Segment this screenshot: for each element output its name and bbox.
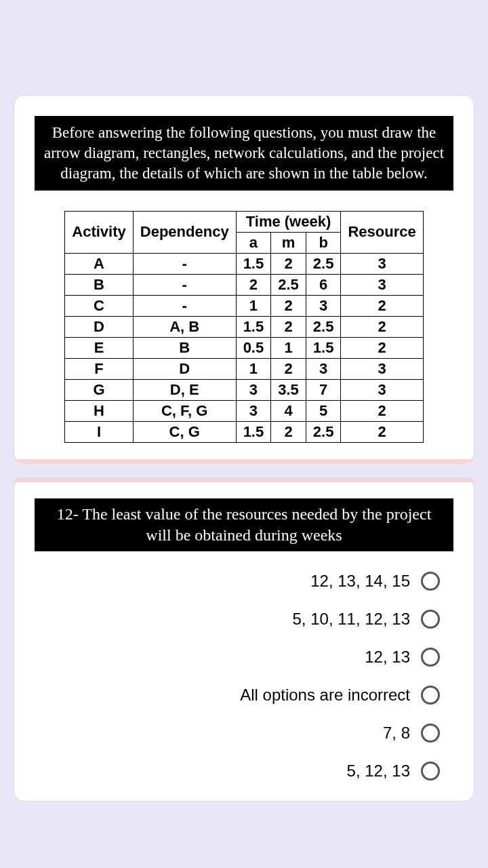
cell-resource: 3 — [341, 253, 423, 274]
header-resource: Resource — [341, 211, 423, 253]
cell-dependency: D, E — [133, 379, 236, 400]
option-label: 5, 12, 13 — [347, 762, 410, 781]
cell-a: 1.5 — [236, 253, 271, 274]
cell-activity: F — [65, 358, 133, 379]
cell-resource: 2 — [341, 337, 423, 358]
option-row[interactable]: 12, 13 — [35, 648, 440, 667]
cell-dependency: B — [133, 337, 236, 358]
cell-m: 3.5 — [271, 379, 306, 400]
cell-m: 2 — [271, 316, 306, 337]
question-card: 12- The least value of the resources nee… — [14, 477, 474, 802]
cell-a: 1 — [236, 358, 271, 379]
radio-icon[interactable] — [421, 610, 440, 629]
cell-a: 2 — [236, 274, 271, 295]
cell-activity: G — [65, 379, 133, 400]
cell-m: 1 — [271, 337, 306, 358]
table-body: A-1.522.53B-22.563C-1232DA, B1.522.52EB0… — [65, 253, 423, 442]
cell-m: 2 — [271, 253, 306, 274]
table-row: A-1.522.53 — [65, 253, 423, 274]
cell-dependency: C, F, G — [133, 400, 236, 421]
cell-m: 2 — [271, 295, 306, 316]
cell-dependency: D — [133, 358, 236, 379]
header-b: b — [306, 232, 341, 253]
radio-icon[interactable] — [421, 648, 440, 667]
cell-activity: D — [65, 316, 133, 337]
option-label: 5, 10, 11, 12, 13 — [293, 610, 410, 629]
cell-a: 1.5 — [236, 421, 271, 442]
table-row: GD, E33.573 — [65, 379, 423, 400]
cell-b: 2.5 — [306, 421, 341, 442]
cell-dependency: - — [133, 253, 236, 274]
option-row[interactable]: All options are incorrect — [35, 686, 440, 705]
header-time-group: Time (week) — [236, 211, 341, 232]
cell-activity: E — [65, 337, 133, 358]
radio-icon[interactable] — [421, 762, 440, 781]
option-label: 12, 13 — [365, 648, 410, 667]
cell-activity: H — [65, 400, 133, 421]
table-row: B-22.563 — [65, 274, 423, 295]
question-text: 12- The least value of the resources nee… — [35, 498, 453, 551]
radio-icon[interactable] — [421, 724, 440, 743]
cell-resource: 2 — [341, 316, 423, 337]
option-row[interactable]: 5, 12, 13 — [35, 762, 440, 781]
cell-dependency: - — [133, 295, 236, 316]
cell-activity: C — [65, 295, 133, 316]
option-label: All options are incorrect — [240, 686, 410, 705]
cell-dependency: A, B — [133, 316, 236, 337]
cell-b: 3 — [306, 358, 341, 379]
cell-dependency: - — [133, 274, 236, 295]
option-label: 7, 8 — [383, 724, 410, 743]
cell-a: 1 — [236, 295, 271, 316]
cell-activity: B — [65, 274, 133, 295]
activity-table: Activity Dependency Time (week) Resource… — [64, 211, 423, 443]
instruction-text: Before answering the following questions… — [35, 116, 453, 191]
cell-resource: 3 — [341, 379, 423, 400]
radio-icon[interactable] — [421, 686, 440, 705]
cell-activity: A — [65, 253, 133, 274]
table-header-row: Activity Dependency Time (week) Resource — [65, 211, 423, 232]
cell-b: 1.5 — [306, 337, 341, 358]
cell-b: 2.5 — [306, 253, 341, 274]
option-row[interactable]: 5, 10, 11, 12, 13 — [35, 610, 440, 629]
cell-m: 2.5 — [271, 274, 306, 295]
radio-icon[interactable] — [421, 572, 440, 591]
header-activity: Activity — [65, 211, 133, 253]
cell-resource: 3 — [341, 358, 423, 379]
cell-dependency: C, G — [133, 421, 236, 442]
cell-b: 2.5 — [306, 316, 341, 337]
option-row[interactable]: 12, 13, 14, 15 — [35, 572, 440, 591]
cell-m: 2 — [271, 421, 306, 442]
cell-m: 4 — [271, 400, 306, 421]
table-row: HC, F, G3452 — [65, 400, 423, 421]
cell-a: 0.5 — [236, 337, 271, 358]
instruction-card: Before answering the following questions… — [14, 95, 474, 464]
options-list: 12, 13, 14, 155, 10, 11, 12, 1312, 13All… — [35, 572, 453, 781]
option-row[interactable]: 7, 8 — [35, 724, 440, 743]
table-row: C-1232 — [65, 295, 423, 316]
header-dependency: Dependency — [133, 211, 236, 253]
cell-a: 3 — [236, 379, 271, 400]
cell-resource: 2 — [341, 400, 423, 421]
cell-activity: I — [65, 421, 133, 442]
cell-m: 2 — [271, 358, 306, 379]
cell-b: 7 — [306, 379, 341, 400]
cell-resource: 3 — [341, 274, 423, 295]
cell-resource: 2 — [341, 421, 423, 442]
table-row: DA, B1.522.52 — [65, 316, 423, 337]
cell-a: 3 — [236, 400, 271, 421]
cell-b: 6 — [306, 274, 341, 295]
cell-b: 3 — [306, 295, 341, 316]
cell-resource: 2 — [341, 295, 423, 316]
header-m: m — [271, 232, 306, 253]
option-label: 12, 13, 14, 15 — [310, 572, 410, 591]
cell-b: 5 — [306, 400, 341, 421]
table-row: EB0.511.52 — [65, 337, 423, 358]
table-row: IC, G1.522.52 — [65, 421, 423, 442]
header-a: a — [236, 232, 271, 253]
cell-a: 1.5 — [236, 316, 271, 337]
table-row: FD1233 — [65, 358, 423, 379]
